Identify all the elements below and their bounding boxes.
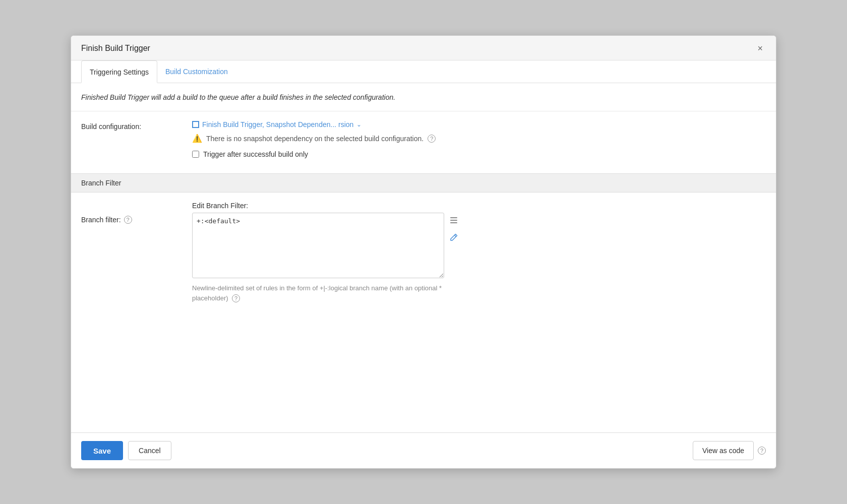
footer-help-icon[interactable]: ? <box>758 447 766 455</box>
tab-bar: Triggering Settings Build Customization <box>71 60 776 83</box>
tab-triggering-settings[interactable]: Triggering Settings <box>81 60 157 83</box>
warning-text: There is no snapshot dependency on the s… <box>206 135 424 143</box>
close-button[interactable]: × <box>754 43 766 54</box>
branch-filter-label: Branch filter: ? <box>81 202 192 224</box>
svg-rect-1 <box>450 220 457 221</box>
build-config-section: Build configuration: Finish Build Trigge… <box>71 111 776 173</box>
hint-text: Newline-delimited set of rules in the fo… <box>192 283 454 303</box>
warning-icon: ⚠️ <box>192 134 202 143</box>
dialog-title: Finish Build Trigger <box>81 44 150 53</box>
warning-help-icon[interactable]: ? <box>428 135 436 143</box>
branch-filter-section: Branch filter: ? Edit Branch Filter: <box>71 193 776 312</box>
finish-build-trigger-dialog: Finish Build Trigger × Triggering Settin… <box>71 35 776 469</box>
list-icon <box>449 216 458 225</box>
branch-filter-row: Branch filter: ? Edit Branch Filter: <box>81 202 766 303</box>
cancel-button[interactable]: Cancel <box>128 441 171 460</box>
build-config-value: Finish Build Trigger, Snapshot Dependen.… <box>202 120 353 129</box>
edit-button[interactable] <box>448 232 459 245</box>
build-config-label: Build configuration: <box>81 120 192 131</box>
branch-editor: Edit Branch Filter: <box>192 202 766 303</box>
chevron-down-icon: ⌄ <box>356 121 361 128</box>
tab-build-customization[interactable]: Build Customization <box>157 60 236 83</box>
textarea-actions <box>448 213 459 245</box>
branch-filter-textarea[interactable] <box>192 213 444 278</box>
build-config-control: Finish Build Trigger, Snapshot Dependen.… <box>192 120 766 158</box>
trigger-success-label[interactable]: Trigger after successful build only <box>203 150 308 158</box>
dialog-body: Triggering Settings Build Customization … <box>71 60 776 432</box>
hint-help-icon[interactable]: ? <box>232 294 240 302</box>
trigger-success-checkbox[interactable] <box>192 151 199 158</box>
description-text: Finished Build Trigger will add a build … <box>81 92 766 103</box>
branch-textarea-container <box>192 213 766 278</box>
build-config-icon <box>192 121 199 128</box>
footer-right: View as code ? <box>693 441 766 460</box>
dialog-footer: Save Cancel View as code ? <box>71 432 776 468</box>
branch-filter-header: Branch Filter <box>71 173 776 193</box>
branch-editor-title: Edit Branch Filter: <box>192 202 766 210</box>
list-view-button[interactable] <box>448 215 459 228</box>
svg-rect-2 <box>450 222 457 223</box>
view-as-code-button[interactable]: View as code <box>693 441 754 460</box>
pencil-icon <box>449 233 458 242</box>
svg-rect-0 <box>450 217 457 218</box>
trigger-after-success-row: Trigger after successful build only <box>192 150 766 158</box>
description-area: Finished Build Trigger will add a build … <box>71 83 776 111</box>
build-config-row: Build configuration: Finish Build Trigge… <box>81 120 766 158</box>
footer-left: Save Cancel <box>81 441 171 460</box>
save-button[interactable]: Save <box>81 441 123 460</box>
warning-message: ⚠️ There is no snapshot dependency on th… <box>192 134 766 143</box>
build-config-selector[interactable]: Finish Build Trigger, Snapshot Dependen.… <box>192 120 766 129</box>
dialog-header: Finish Build Trigger × <box>71 36 776 60</box>
branch-filter-help-icon[interactable]: ? <box>124 216 132 224</box>
